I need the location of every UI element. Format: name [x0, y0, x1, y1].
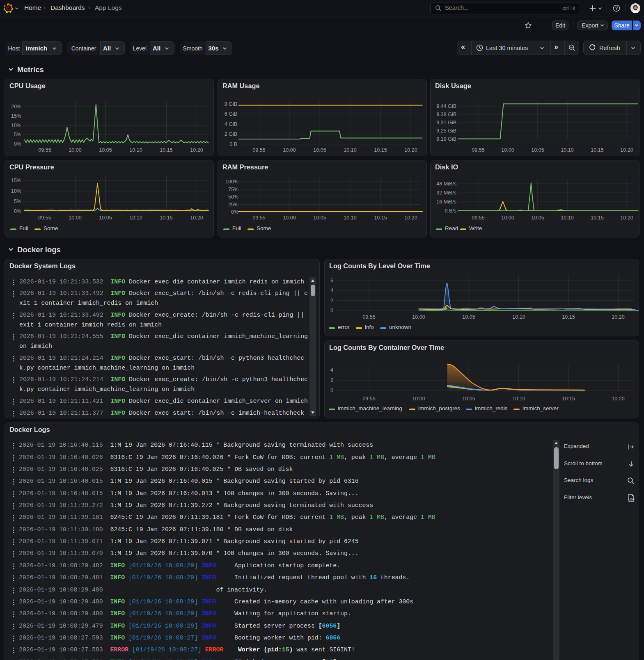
svg-text:9.44 GiB: 9.44 GiB [436, 103, 456, 109]
svg-text:9.25 GiB: 9.25 GiB [436, 128, 456, 134]
svg-text:48 MiB/s: 48 MiB/s [436, 181, 456, 187]
svg-text:LOG: LOG [628, 498, 635, 501]
svg-text:6: 6 [330, 278, 333, 283]
svg-text:0 B: 0 B [229, 142, 237, 147]
svg-text:10:15: 10:15 [160, 147, 172, 153]
svg-text:5%: 5% [14, 199, 21, 204]
svg-text:10:15: 10:15 [562, 314, 575, 320]
svg-text:0: 0 [330, 388, 333, 393]
svg-text:10:20: 10:20 [612, 314, 624, 320]
svg-text:10:10: 10:10 [512, 314, 525, 320]
svg-text:15%: 15% [11, 113, 21, 119]
svg-text:0%: 0% [14, 141, 21, 147]
svg-text:09:55: 09:55 [252, 215, 265, 221]
svg-text:10:20: 10:20 [404, 147, 417, 153]
svg-text:75%: 75% [228, 187, 238, 192]
svg-text:0: 0 [330, 308, 333, 313]
svg-text:10:05: 10:05 [462, 396, 475, 402]
svg-text:10:10: 10:10 [561, 215, 573, 221]
svg-text:2: 2 [330, 377, 333, 383]
svg-text:6 GiB: 6 GiB [225, 111, 237, 117]
svg-text:5%: 5% [14, 132, 21, 137]
svg-text:8 GiB: 8 GiB [225, 101, 237, 107]
svg-text:4 GiB: 4 GiB [225, 121, 237, 127]
svg-text:2 GiB: 2 GiB [225, 131, 237, 137]
svg-text:2: 2 [330, 298, 333, 304]
svg-text:09:55: 09:55 [362, 396, 375, 402]
svg-text:4: 4 [330, 288, 333, 293]
svg-text:10:05: 10:05 [462, 314, 475, 320]
svg-text:10:05: 10:05 [313, 215, 326, 221]
svg-text:0%: 0% [14, 208, 21, 214]
svg-text:09:55: 09:55 [362, 314, 375, 320]
svg-text:10%: 10% [11, 188, 21, 194]
svg-text:10:10: 10:10 [344, 147, 356, 153]
svg-text:10:15: 10:15 [591, 147, 603, 153]
svg-text:4: 4 [330, 367, 333, 373]
svg-text:10:15: 10:15 [562, 396, 575, 402]
svg-text:10:10: 10:10 [561, 147, 573, 153]
svg-text:10:05: 10:05 [99, 147, 112, 153]
svg-text:10:10: 10:10 [512, 396, 525, 402]
svg-text:10:05: 10:05 [531, 215, 544, 221]
svg-text:10:00: 10:00 [412, 396, 425, 402]
svg-text:10:20: 10:20 [612, 396, 624, 402]
svg-text:10:20: 10:20 [620, 215, 633, 221]
svg-text:10:05: 10:05 [99, 215, 112, 221]
svg-text:0%: 0% [231, 209, 238, 215]
svg-text:09:55: 09:55 [472, 215, 484, 221]
svg-text:09:55: 09:55 [38, 215, 51, 221]
svg-text:9.19 GiB: 9.19 GiB [436, 136, 456, 142]
svg-text:10:00: 10:00 [501, 147, 514, 153]
svg-text:16 MiB/s: 16 MiB/s [436, 199, 456, 205]
svg-text:20%: 20% [11, 104, 21, 110]
svg-text:10:15: 10:15 [160, 215, 172, 221]
svg-text:10%: 10% [11, 123, 21, 128]
svg-text:10:20: 10:20 [404, 215, 417, 221]
svg-text:10:10: 10:10 [344, 215, 356, 221]
svg-text:10:00: 10:00 [69, 215, 81, 221]
svg-text:9.31 GiB: 9.31 GiB [436, 120, 456, 126]
svg-text:10:15: 10:15 [374, 215, 387, 221]
svg-text:10:20: 10:20 [620, 147, 633, 153]
svg-text:09:55: 09:55 [472, 147, 484, 153]
svg-text:0 B/s: 0 B/s [445, 208, 457, 214]
svg-text:10:00: 10:00 [283, 215, 296, 221]
svg-text:10:05: 10:05 [531, 147, 544, 153]
svg-text:9.38 GiB: 9.38 GiB [436, 112, 456, 117]
svg-text:10:00: 10:00 [69, 147, 81, 153]
svg-text:10:20: 10:20 [190, 147, 203, 153]
svg-text:10:10: 10:10 [129, 215, 142, 221]
svg-text:?: ? [615, 6, 618, 11]
svg-text:09:55: 09:55 [38, 147, 51, 153]
svg-text:10:10: 10:10 [129, 147, 142, 153]
svg-text:32 MiB/s: 32 MiB/s [436, 190, 456, 196]
svg-text:10:15: 10:15 [374, 147, 387, 153]
svg-text:50%: 50% [228, 194, 238, 200]
svg-text:10:20: 10:20 [190, 215, 203, 221]
svg-text:100%: 100% [225, 179, 238, 185]
svg-text:10:00: 10:00 [501, 215, 514, 221]
svg-text:25%: 25% [228, 202, 238, 208]
svg-text:10:15: 10:15 [591, 215, 603, 221]
svg-text:09:55: 09:55 [252, 147, 265, 153]
svg-text:10:00: 10:00 [412, 314, 425, 320]
svg-text:10:00: 10:00 [283, 147, 296, 153]
svg-text:15%: 15% [11, 178, 21, 183]
svg-text:10:05: 10:05 [313, 147, 326, 153]
